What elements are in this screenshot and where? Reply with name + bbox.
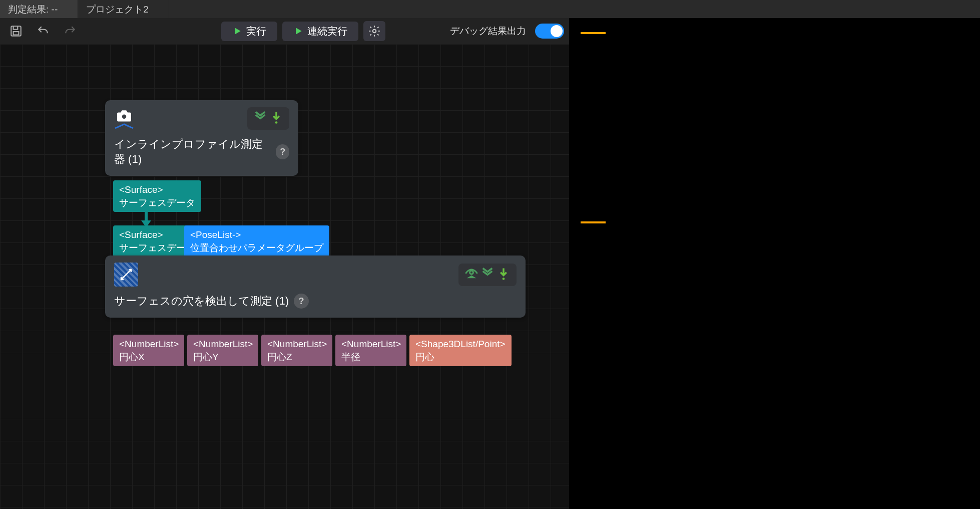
port-type: <Shape3DList/Point> — [415, 338, 506, 351]
port-type: <NumberList> — [267, 338, 326, 351]
toggle-knob — [551, 25, 563, 37]
node-actions — [458, 264, 517, 286]
node-actions — [247, 107, 289, 130]
toolbar: 実行 連続実行 デバッグ結果出力 — [0, 18, 569, 44]
node-header — [105, 256, 526, 291]
download-icon[interactable] — [269, 110, 283, 127]
settings-button[interactable] — [363, 21, 385, 41]
save-button[interactable] — [5, 21, 27, 41]
preview-icon[interactable] — [464, 267, 478, 283]
annotation-highlight — [581, 32, 606, 34]
svg-point-6 — [503, 278, 505, 280]
port-name: 円心Z — [267, 351, 326, 364]
svg-point-3 — [122, 114, 126, 118]
continuous-run-label: 連続実行 — [307, 25, 347, 38]
annotation-highlight — [581, 221, 606, 223]
help-icon[interactable]: ? — [276, 144, 289, 159]
port-center-x[interactable]: <NumberList> 円心X — [113, 335, 184, 366]
port-type: <NumberList> — [119, 338, 178, 351]
node-title-row: インラインプロファイル測定器 (1) ? — [105, 134, 298, 176]
node-detect-holes[interactable]: サーフェスの穴を検出して測定 (1) ? — [105, 256, 526, 318]
collapse-icon[interactable] — [480, 267, 495, 283]
svg-point-4 — [275, 121, 278, 124]
port-type: <PoseList-> — [190, 228, 323, 241]
port-name: 円心X — [119, 351, 178, 364]
help-icon[interactable]: ? — [294, 294, 309, 309]
svg-rect-1 — [14, 32, 19, 35]
port-type: <NumberList> — [341, 338, 400, 351]
port-poselist-in[interactable]: <PoseList-> 位置合わせパラメータグループ — [184, 225, 329, 257]
node-inline-profiler[interactable]: インラインプロファイル測定器 (1) ? — [105, 100, 298, 176]
port-name: 半径 — [341, 351, 400, 364]
run-button[interactable]: 実行 — [221, 22, 277, 41]
node-title-row: サーフェスの穴を検出して測定 (1) ? — [105, 291, 526, 318]
debug-output-label: デバッグ結果出力 — [450, 25, 526, 38]
debug-output-toggle[interactable] — [535, 24, 564, 39]
download-icon[interactable] — [497, 267, 511, 283]
tab-project[interactable]: プロジェクト2 — [78, 0, 169, 18]
port-name: 円心Y — [193, 351, 252, 364]
surface-icon — [114, 263, 138, 287]
redo-button[interactable] — [59, 21, 81, 41]
port-name: 位置合わせパラメータグループ — [190, 241, 323, 254]
port-radius[interactable]: <NumberList> 半径 — [335, 335, 406, 366]
port-type: <NumberList> — [193, 338, 252, 351]
camera-icon — [114, 108, 134, 129]
tab-bar: 判定結果: -- プロジェクト2 — [0, 0, 980, 18]
port-center-z[interactable]: <NumberList> 円心Z — [261, 335, 332, 366]
node-header — [105, 100, 298, 134]
undo-button[interactable] — [32, 21, 54, 41]
port-center-point[interactable]: <Shape3DList/Point> 円心 — [409, 335, 512, 366]
port-name: サーフェスデータ — [119, 196, 195, 209]
port-type: <Surface> — [119, 183, 195, 196]
port-name: 円心 — [415, 351, 506, 364]
svg-point-5 — [470, 271, 473, 274]
node-title: インラインプロファイル測定器 (1) — [114, 137, 271, 167]
graph-canvas[interactable]: インラインプロファイル測定器 (1) ? <Surface> サーフェスデータ … — [0, 44, 569, 509]
run-label: 実行 — [246, 25, 266, 38]
tab-result[interactable]: 判定結果: -- — [0, 0, 78, 18]
node-title: サーフェスの穴を検出して測定 (1) — [114, 294, 289, 309]
continuous-run-button[interactable]: 連続実行 — [282, 22, 358, 41]
collapse-icon[interactable] — [253, 110, 267, 127]
svg-point-2 — [373, 30, 376, 33]
port-surface-out[interactable]: <Surface> サーフェスデータ — [113, 180, 201, 212]
port-center-y[interactable]: <NumberList> 円心Y — [187, 335, 258, 366]
